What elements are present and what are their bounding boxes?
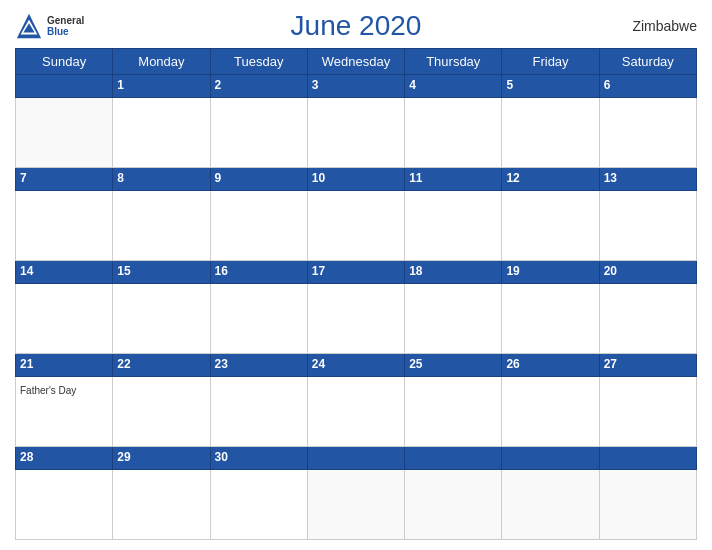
logo-general: General <box>47 15 84 26</box>
day-cell <box>307 283 404 353</box>
day-cell <box>210 283 307 353</box>
day-cell <box>210 376 307 446</box>
day-cell <box>405 469 502 539</box>
calendar-page: General Blue June 2020 Zimbabwe Sunday M… <box>0 0 712 550</box>
day-cell <box>210 97 307 167</box>
day-cell <box>16 469 113 539</box>
day-cell <box>16 283 113 353</box>
day-num-cell: 4 <box>405 75 502 98</box>
day-num-cell: 26 <box>502 353 599 376</box>
day-cell <box>405 283 502 353</box>
day-num-cell: 21 <box>16 353 113 376</box>
day-cell <box>16 97 113 167</box>
day-cell <box>307 190 404 260</box>
day-cell <box>599 283 696 353</box>
day-cell <box>599 97 696 167</box>
day-num-cell <box>405 446 502 469</box>
day-num-cell: 14 <box>16 260 113 283</box>
day-num-cell: 12 <box>502 167 599 190</box>
week-3-header: 14151617181920 <box>16 260 697 283</box>
day-cell <box>502 469 599 539</box>
day-num-cell: 24 <box>307 353 404 376</box>
day-cell <box>502 376 599 446</box>
logo-icon <box>15 12 43 40</box>
day-num-cell <box>502 446 599 469</box>
week-1-content <box>16 97 697 167</box>
logo: General Blue <box>15 12 84 40</box>
day-num-cell: 28 <box>16 446 113 469</box>
week-5-content <box>16 469 697 539</box>
day-num-cell: 17 <box>307 260 404 283</box>
day-num-cell: 25 <box>405 353 502 376</box>
day-num-cell: 15 <box>113 260 210 283</box>
col-wednesday: Wednesday <box>307 49 404 75</box>
day-cell <box>599 376 696 446</box>
day-cell <box>502 190 599 260</box>
day-num-cell: 30 <box>210 446 307 469</box>
day-num-cell <box>599 446 696 469</box>
day-num-cell: 20 <box>599 260 696 283</box>
day-num-cell: 11 <box>405 167 502 190</box>
day-num-cell <box>16 75 113 98</box>
country-label: Zimbabwe <box>632 18 697 34</box>
day-cell <box>599 190 696 260</box>
logo-blue: Blue <box>47 26 84 37</box>
day-cell <box>307 97 404 167</box>
day-cell: Father's Day <box>16 376 113 446</box>
calendar-header: General Blue June 2020 Zimbabwe <box>15 10 697 42</box>
day-num-cell: 13 <box>599 167 696 190</box>
day-cell <box>502 283 599 353</box>
day-cell <box>210 190 307 260</box>
day-cell <box>113 97 210 167</box>
day-cell <box>16 190 113 260</box>
day-num-cell: 5 <box>502 75 599 98</box>
day-num-cell <box>307 446 404 469</box>
day-num-cell: 23 <box>210 353 307 376</box>
day-num-cell: 8 <box>113 167 210 190</box>
day-cell <box>113 283 210 353</box>
day-num-cell: 19 <box>502 260 599 283</box>
day-num-cell: 6 <box>599 75 696 98</box>
week-4-header: 21222324252627 <box>16 353 697 376</box>
day-num-cell: 27 <box>599 353 696 376</box>
day-num-cell: 3 <box>307 75 404 98</box>
col-sunday: Sunday <box>16 49 113 75</box>
logo-text: General Blue <box>47 15 84 37</box>
calendar-table: Sunday Monday Tuesday Wednesday Thursday… <box>15 48 697 540</box>
day-num-cell: 2 <box>210 75 307 98</box>
day-cell <box>599 469 696 539</box>
day-cell <box>405 376 502 446</box>
event-label: Father's Day <box>20 385 76 396</box>
week-2-header: 78910111213 <box>16 167 697 190</box>
col-tuesday: Tuesday <box>210 49 307 75</box>
col-saturday: Saturday <box>599 49 696 75</box>
day-num-cell: 18 <box>405 260 502 283</box>
day-cell <box>113 469 210 539</box>
day-num-cell: 1 <box>113 75 210 98</box>
col-thursday: Thursday <box>405 49 502 75</box>
col-friday: Friday <box>502 49 599 75</box>
day-names-row: Sunday Monday Tuesday Wednesday Thursday… <box>16 49 697 75</box>
day-num-cell: 29 <box>113 446 210 469</box>
week-5-header: 282930 <box>16 446 697 469</box>
week-1-header: 123456 <box>16 75 697 98</box>
col-monday: Monday <box>113 49 210 75</box>
day-num-cell: 10 <box>307 167 404 190</box>
calendar-title: June 2020 <box>291 10 422 42</box>
day-num-cell: 9 <box>210 167 307 190</box>
day-num-cell: 22 <box>113 353 210 376</box>
week-2-content <box>16 190 697 260</box>
week-4-content: Father's Day <box>16 376 697 446</box>
day-num-cell: 7 <box>16 167 113 190</box>
day-cell <box>307 469 404 539</box>
day-cell <box>502 97 599 167</box>
day-cell <box>210 469 307 539</box>
day-cell <box>113 190 210 260</box>
day-cell <box>405 97 502 167</box>
week-3-content <box>16 283 697 353</box>
day-cell <box>113 376 210 446</box>
day-cell <box>307 376 404 446</box>
day-cell <box>405 190 502 260</box>
day-num-cell: 16 <box>210 260 307 283</box>
